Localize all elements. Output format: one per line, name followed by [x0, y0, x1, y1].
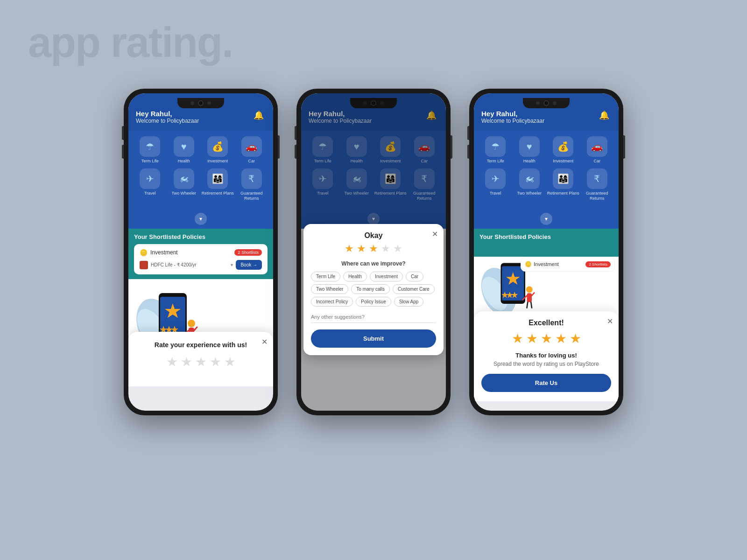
rating-dialog-title-1: Rate your experience with us!	[138, 341, 264, 349]
p2-star-4[interactable]: ★	[381, 243, 390, 255]
p3-health-label: Health	[523, 159, 536, 164]
show-more-button-3[interactable]: ▾	[540, 213, 552, 225]
p3-travel-label: Travel	[490, 191, 501, 196]
icon-car[interactable]: 🚗 Car	[235, 136, 268, 164]
star-5[interactable]: ★	[224, 354, 236, 370]
guaranteed-icon: ₹	[241, 168, 262, 189]
p3-two-wheeler-label: Two Wheeler	[517, 191, 542, 196]
p3-star-2[interactable]: ★	[526, 331, 538, 346]
close-button-3[interactable]: ✕	[607, 317, 613, 326]
car-icon: 🚗	[241, 136, 262, 157]
svg-line-40	[527, 302, 528, 308]
p3-icon-car[interactable]: 🚗 Car	[581, 136, 613, 164]
phone-1-screen: Hey Rahul, Welcome to Policybazaar 🔔 ☂ T…	[128, 93, 273, 411]
tag-two-wheeler[interactable]: Two Wheeler	[311, 284, 348, 294]
star-4[interactable]: ★	[210, 354, 221, 370]
power-button	[278, 135, 280, 159]
star-2[interactable]: ★	[181, 354, 192, 370]
travel-icon: ✈	[140, 168, 160, 189]
show-more-button[interactable]: ▾	[195, 213, 207, 225]
submit-button[interactable]: Submit	[311, 329, 436, 348]
tag-slow-app[interactable]: Slow App	[394, 297, 424, 307]
p2-star-3[interactable]: ★	[369, 243, 378, 255]
p3-shortlist-badge: 2 Shortlists	[585, 261, 611, 267]
tag-term-life[interactable]: Term Life	[311, 272, 340, 281]
p3-star-3[interactable]: ★	[541, 331, 552, 346]
power-button-3	[623, 135, 625, 159]
book-button[interactable]: Book →	[236, 260, 262, 270]
show-more-row-3: ▾	[474, 211, 619, 229]
phone-3-icons-row-2: ✈ Travel 🏍 Two Wheeler 👨‍👩‍👧 Retirement …	[479, 168, 614, 201]
tags-container: Term Life Health Investment Car Two Whee…	[311, 272, 436, 307]
p2-star-2[interactable]: ★	[357, 243, 366, 255]
policy-provider: HDFC Life - ₹ 4200/yr	[151, 262, 228, 267]
svg-line-39	[532, 293, 534, 296]
tag-too-many-calls[interactable]: To many calls	[351, 284, 390, 294]
policies-title: Your Shortlisted Policies	[134, 233, 268, 240]
tag-investment[interactable]: Investment	[370, 272, 403, 281]
p3-icon-term-life[interactable]: ☂ Term Life	[479, 136, 512, 164]
icon-term-life[interactable]: ☂ Term Life	[134, 136, 166, 164]
vol-down-button-2	[295, 145, 296, 159]
p3-icon-retirement[interactable]: 👨‍👩‍👧 Retirement Plans	[547, 168, 579, 201]
svg-point-36	[526, 287, 533, 293]
shortlist-badge: 2 Shortlists	[234, 249, 262, 256]
p3-cam-dot-2	[553, 101, 557, 105]
tag-policy-issue[interactable]: Policy Issue	[356, 297, 391, 307]
tag-car[interactable]: Car	[406, 272, 423, 281]
close-button-1[interactable]: ✕	[261, 337, 268, 346]
p3-car-icon: 🚗	[587, 136, 607, 157]
phone-3-welcome: Welcome to Policybazaar	[481, 118, 611, 124]
vol-down-button-3	[467, 145, 469, 159]
phone-3-notch	[523, 98, 570, 108]
p3-icon-two-wheeler[interactable]: 🏍 Two Wheeler	[513, 168, 546, 201]
p3-star-1[interactable]: ★	[512, 331, 523, 346]
thanks-text: Thanks for loving us!	[481, 352, 611, 359]
icon-travel[interactable]: ✈ Travel	[134, 168, 166, 201]
p3-policy-mini: 🪙 Investment 2 Shortlists	[521, 257, 615, 272]
phone-3-greeting: Hey Rahul,	[481, 110, 611, 118]
bell-icon-3[interactable]: 🔔	[599, 110, 609, 120]
phone-3-stars: ★ ★ ★ ★ ★	[481, 331, 611, 346]
policy-name: Investment	[150, 249, 178, 256]
svg-point-8	[188, 320, 195, 327]
vol-up-button-2	[295, 126, 296, 140]
p2-star-5[interactable]: ★	[393, 243, 402, 255]
star-3[interactable]: ★	[195, 354, 207, 370]
phone-1: Hey Rahul, Welcome to Policybazaar 🔔 ☂ T…	[124, 89, 278, 415]
close-button-2[interactable]: ✕	[432, 230, 438, 238]
tag-customer-care[interactable]: Customer Care	[393, 284, 435, 294]
phone-2: Hey Rahul, Welcome to Policybazaar 🔔 ☂ T…	[296, 89, 451, 415]
health-icon: ♥	[174, 136, 194, 157]
p3-icon-guaranteed[interactable]: ₹ Guaranteed Returns	[581, 168, 613, 201]
suggestions-input[interactable]	[311, 311, 436, 323]
retirement-label: Retirement Plans	[202, 191, 234, 196]
tag-health[interactable]: Health	[343, 272, 367, 281]
phone-3-rating-dialog: ✕ Excellent! ★ ★ ★ ★ ★ Thanks for loving…	[474, 311, 619, 401]
star-1[interactable]: ★	[166, 354, 178, 370]
p3-policy-name: Investment	[534, 261, 559, 267]
term-life-label: Term Life	[141, 159, 159, 164]
icon-two-wheeler[interactable]: 🏍 Two Wheeler	[168, 168, 200, 201]
p3-icon-travel[interactable]: ✈ Travel	[479, 168, 512, 201]
page-bg-title: app rating.	[28, 19, 233, 67]
p3-icon-investment[interactable]: 💰 Investment	[547, 136, 579, 164]
phone-3-bottom: 🪙 Investment 2 Shortlists ✕ Excellent! ★…	[474, 257, 619, 401]
vol-up-button-3	[467, 126, 469, 140]
improve-label: Where can we improve?	[311, 260, 436, 267]
icon-retirement[interactable]: 👨‍👩‍👧 Retirement Plans	[201, 168, 234, 201]
p3-star-5[interactable]: ★	[570, 331, 581, 346]
icon-health[interactable]: ♥ Health	[168, 136, 200, 164]
phone-3-icons-grid: ☂ Term Life ♥ Health 💰 Investment 🚗 Car	[474, 131, 619, 211]
bell-icon[interactable]: 🔔	[254, 110, 264, 120]
p3-star-4[interactable]: ★	[555, 331, 567, 346]
p3-icon-health[interactable]: ♥ Health	[513, 136, 546, 164]
icon-investment[interactable]: 💰 Investment	[201, 136, 234, 164]
rate-us-button[interactable]: Rate Us	[481, 374, 611, 392]
icon-guaranteed[interactable]: ₹ Guaranteed Returns	[235, 168, 268, 201]
p2-star-1[interactable]: ★	[345, 243, 354, 255]
camera-lens	[198, 100, 204, 106]
tag-incorrect-policy[interactable]: Incorrect Policy	[311, 297, 353, 307]
phone-1-notch	[177, 98, 224, 108]
p3-investment-icon: 💰	[553, 136, 573, 157]
